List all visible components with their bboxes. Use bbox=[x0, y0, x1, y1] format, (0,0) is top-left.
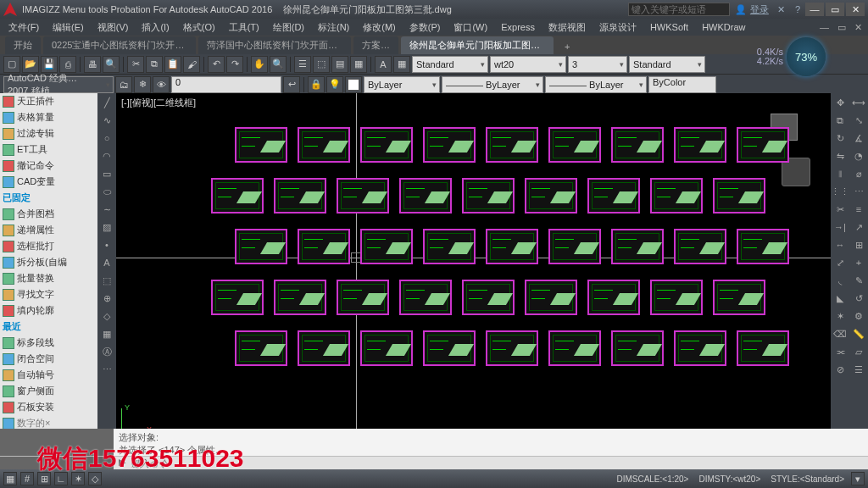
help-search-input[interactable] bbox=[628, 3, 730, 16]
mtext-draw-icon[interactable]: Ⓐ bbox=[99, 344, 114, 359]
copy-obj-icon[interactable]: ⧉ bbox=[832, 113, 848, 128]
menu-tools[interactable]: 工具(T) bbox=[224, 19, 264, 36]
panel-item[interactable]: 选框批打 bbox=[0, 238, 97, 254]
panel-item[interactable]: 过滤专辑 bbox=[0, 125, 97, 141]
dim-angular-icon[interactable]: ∡ bbox=[851, 130, 866, 146]
text-style-dropdown[interactable]: Standard bbox=[412, 56, 488, 73]
chamfer-icon[interactable]: ◣ bbox=[832, 291, 848, 306]
saveas-icon[interactable]: ⎙ bbox=[59, 56, 76, 73]
drawing-thumbnail[interactable] bbox=[548, 330, 601, 366]
drawing-thumbnail[interactable] bbox=[399, 178, 452, 214]
trim-icon[interactable]: ✂ bbox=[832, 202, 848, 217]
menu-hwksoft[interactable]: HWKSoft bbox=[645, 20, 693, 34]
menu-close-icon[interactable]: ✕ bbox=[854, 22, 862, 33]
table-draw-icon[interactable]: ▦ bbox=[99, 326, 114, 341]
model-toggle[interactable]: ▦ bbox=[3, 472, 17, 485]
viewport-label[interactable]: [-][俯视][二维线框] bbox=[121, 97, 196, 109]
matchprop-icon[interactable]: 🖌 bbox=[183, 56, 200, 73]
menu-modify[interactable]: 修改(M) bbox=[358, 19, 401, 36]
fillet-icon[interactable]: ◟ bbox=[832, 273, 848, 288]
drawing-thumbnail[interactable] bbox=[462, 178, 515, 214]
drawing-thumbnail[interactable] bbox=[611, 229, 664, 264]
rectangle-icon[interactable]: ▭ bbox=[99, 166, 114, 181]
drawing-thumbnail[interactable] bbox=[399, 280, 452, 315]
drawing-thumbnail[interactable] bbox=[674, 229, 726, 264]
tolerance-icon[interactable]: ⊞ bbox=[851, 237, 866, 252]
menu-express[interactable]: Express bbox=[496, 20, 540, 34]
drawing-thumbnail[interactable] bbox=[587, 178, 640, 214]
table-style-dropdown[interactable]: 3 bbox=[568, 56, 627, 73]
drawing-thumbnail[interactable] bbox=[360, 330, 413, 366]
block-icon[interactable]: ⬚ bbox=[99, 273, 114, 288]
drawing-thumbnail[interactable] bbox=[486, 127, 538, 163]
layer-off-icon[interactable]: 💡 bbox=[326, 76, 343, 93]
drawing-thumbnail[interactable] bbox=[423, 127, 476, 163]
color-icon[interactable] bbox=[345, 76, 362, 93]
point-icon[interactable]: • bbox=[99, 237, 114, 252]
panel-item[interactable]: 合并图档 bbox=[0, 206, 97, 222]
paste-icon[interactable]: 📋 bbox=[164, 56, 181, 73]
drawing-thumbnail[interactable] bbox=[611, 127, 664, 163]
redo-icon[interactable]: ↷ bbox=[226, 56, 243, 73]
drawing-thumbnail[interactable] bbox=[235, 229, 287, 264]
drawing-thumbnail[interactable] bbox=[298, 127, 350, 163]
tab-add-button[interactable]: + bbox=[556, 39, 578, 54]
layer-manager-icon[interactable]: 🗂 bbox=[115, 76, 132, 93]
panel-item[interactable]: 寻找文字 bbox=[0, 286, 97, 302]
explode-icon[interactable]: ✶ bbox=[832, 308, 848, 324]
panel-item[interactable]: 石板安装 bbox=[0, 399, 97, 415]
circle-icon[interactable]: ○ bbox=[99, 130, 114, 146]
table-icon[interactable]: ▦ bbox=[393, 56, 410, 73]
dim-continue-icon[interactable]: ⋯ bbox=[851, 184, 866, 199]
menu-edit[interactable]: 编辑(E) bbox=[47, 19, 89, 36]
menu-file[interactable]: 文件(F) bbox=[3, 19, 44, 36]
layer-iso-icon[interactable]: 👁 bbox=[153, 76, 170, 93]
copy-icon[interactable]: ⧉ bbox=[146, 56, 163, 73]
line-icon[interactable]: ╱ bbox=[99, 95, 114, 110]
panel-item[interactable]: 拆分板(自编 bbox=[0, 254, 97, 270]
drawing-thumbnail[interactable] bbox=[337, 280, 389, 315]
panel-item[interactable]: 窗户侧面 bbox=[0, 383, 97, 399]
offset-icon[interactable]: ⫴ bbox=[832, 166, 848, 181]
lineweight-dropdown[interactable]: ———— ByLayer bbox=[545, 76, 647, 93]
break-icon[interactable]: ⊘ bbox=[832, 362, 848, 377]
spline-icon[interactable]: ∼ bbox=[99, 202, 114, 217]
help-icon[interactable]: ? bbox=[795, 4, 800, 14]
leader-icon[interactable]: ↗ bbox=[851, 219, 866, 235]
array-icon[interactable]: ⋮⋮ bbox=[832, 184, 848, 199]
drawing-thumbnail[interactable] bbox=[235, 127, 287, 163]
drawing-thumbnail[interactable] bbox=[674, 330, 726, 366]
color-dropdown[interactable]: ByLayer bbox=[364, 76, 440, 93]
panel-item[interactable]: 撤记命令 bbox=[0, 158, 97, 174]
drawing-thumbnail[interactable] bbox=[360, 127, 413, 163]
mirror-icon[interactable]: ⇋ bbox=[832, 148, 848, 164]
arc-icon[interactable]: ◠ bbox=[99, 148, 114, 164]
save-icon[interactable]: 💾 bbox=[41, 56, 58, 73]
dim-update-icon[interactable]: ↺ bbox=[851, 291, 866, 306]
list-icon[interactable]: ☰ bbox=[851, 362, 866, 377]
tab-start[interactable]: 开始 bbox=[5, 36, 41, 54]
tab-doc-2[interactable]: 0225宝通中心图纸资料门坎开面绘图层… bbox=[43, 36, 196, 54]
drawing-thumbnail[interactable] bbox=[611, 330, 664, 366]
drawing-thumbnail[interactable] bbox=[737, 127, 789, 163]
dim-aligned-icon[interactable]: ⤡ bbox=[851, 113, 866, 128]
layer-dropdown[interactable]: 0 bbox=[171, 76, 281, 93]
dim-radius-icon[interactable]: ◔ bbox=[851, 148, 866, 164]
drawing-thumbnail[interactable] bbox=[674, 127, 726, 163]
restore-button[interactable]: ▭ bbox=[826, 3, 844, 16]
undo-icon[interactable]: ↶ bbox=[208, 56, 225, 73]
drawing-thumbnail[interactable] bbox=[462, 280, 515, 315]
plot-preview-icon[interactable]: 🔍 bbox=[103, 56, 120, 73]
drawing-thumbnail[interactable] bbox=[486, 229, 538, 264]
drawing-thumbnail[interactable] bbox=[298, 330, 350, 366]
panel-item[interactable]: CAD变量 bbox=[0, 174, 97, 190]
menu-insert[interactable]: 插入(I) bbox=[136, 19, 174, 36]
drawing-thumbnail[interactable] bbox=[587, 280, 640, 315]
text-icon[interactable]: A bbox=[99, 255, 114, 270]
workspace-dropdown[interactable]: AutoCAD 经典… 2007 移植 bbox=[3, 76, 114, 93]
area-icon[interactable]: ▱ bbox=[851, 344, 866, 359]
layer-state-icon[interactable]: ❄ bbox=[134, 76, 151, 93]
menu-max-icon[interactable]: ▭ bbox=[837, 22, 846, 33]
drawing-thumbnail[interactable] bbox=[650, 178, 703, 214]
drawing-thumbnail[interactable] bbox=[737, 229, 789, 264]
